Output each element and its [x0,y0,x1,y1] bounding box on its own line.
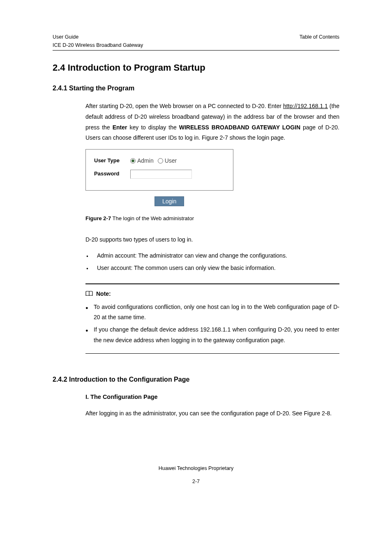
p1-text-pre: After starting D-20, open the Web browse… [85,103,283,109]
radio-user-label: User [165,156,177,165]
note-list-item: ● To avoid configurations confliction, o… [85,302,339,323]
password-row: Password [94,170,225,179]
p1-bold1: Enter [113,124,127,131]
password-input[interactable] [130,170,192,179]
figure-label: Figure 2-7 [85,215,111,221]
section-heading-2a: 2.4.1 Starting the Program [53,83,339,94]
note-header: Note: [85,289,339,298]
section-heading-2b: 2.4.2 Introduction to the Configuration … [53,374,339,385]
figure-caption: Figure 2-7 The login of the Web administ… [85,214,339,223]
password-label: Password [94,170,130,178]
p1-text-post2: key to display the [127,124,179,131]
paragraph-intro: After starting D-20, open the Web browse… [85,101,339,144]
p1-bold2: WIRELESS BROADBAND GATEWAY LOGIN [179,124,300,131]
radio-admin-label: Admin [137,156,154,165]
radio-user[interactable]: User [158,156,177,165]
header-doc-title: User Guide [53,33,143,41]
radio-user-circle [158,158,163,164]
section-heading-3: I. The Configuration Page [85,392,339,402]
login-button-row: Login [154,196,339,206]
bullet-icon: ● [85,251,97,261]
paragraph-support: D-20 supports two types of users to log … [85,235,339,245]
list-item: ● Admin account: The administrator can v… [85,251,339,261]
login-box: User Type Admin User Password [85,149,233,190]
footer-page-number: 2-7 [53,477,339,486]
figure-text: The login of the Web administrator [111,215,194,221]
login-button[interactable]: Login [154,196,184,206]
book-icon [85,291,93,297]
header-left: User Guide ICE D-20 Wireless Broadband G… [53,33,143,49]
bullet-icon: ● [85,263,97,274]
section-heading-1: 2.4 Introduction to Program Startup [53,60,339,75]
radio-admin[interactable]: Admin [130,156,154,165]
radio-admin-dot [131,159,134,162]
page-footer: Huawei Technologies Proprietary 2-7 [53,464,339,486]
header-product-name: ICE D-20 Wireless Broadband Gateway [53,41,143,49]
footer-proprietary: Huawei Technologies Proprietary [53,464,339,472]
note-block: Note: ● To avoid configurations conflict… [85,283,339,354]
bullet-icon: ● [85,302,94,323]
user-types-list: ● Admin account: The administrator can v… [85,251,339,274]
radio-admin-circle [130,158,136,164]
note-title: Note: [96,289,111,298]
default-address-link[interactable]: http://192.168.1.1 [283,103,328,109]
page-header: User Guide ICE D-20 Wireless Broadband G… [53,33,339,51]
user-type-row: User Type Admin User [94,156,225,165]
note-text-1: To avoid configurations confliction, onl… [94,302,339,323]
note-list-item: ● If you change the default device addre… [85,325,339,346]
paragraph-config: After logging in as the administrator, y… [85,408,339,419]
user-type-radio-group: Admin User [130,156,177,165]
list-item: ● User account: The common users can onl… [85,263,339,274]
note-list: ● To avoid configurations confliction, o… [85,302,339,346]
header-right: Table of Contents [300,33,339,49]
login-figure: User Type Admin User Password Login [85,149,339,206]
bullet-icon: ● [85,325,94,346]
note-text-2: If you change the default device address… [94,325,339,346]
user-account-text: User account: The common users can only … [97,263,339,274]
admin-account-text: Admin account: The administrator can vie… [97,251,339,261]
user-type-label: User Type [94,157,130,165]
